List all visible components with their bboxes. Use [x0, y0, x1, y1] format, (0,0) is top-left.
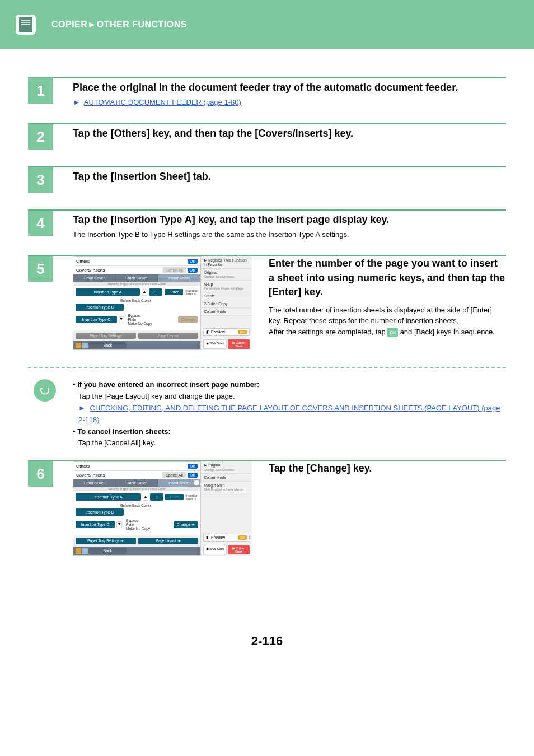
dropdown-icon[interactable] [82, 343, 88, 348]
step-title: Tap the [Change] key. [269, 461, 372, 475]
step-link-row: ► AUTOMATIC DOCUMENT FEEDER (page 1-80) [73, 98, 506, 106]
note-section: • If you have entered an incorrect inser… [28, 379, 506, 449]
note-heading-2: To cancel insertion sheets: [77, 427, 171, 436]
cancel-all-button[interactable]: Cancel All [162, 472, 186, 478]
side-colour[interactable]: Colour Mode [201, 308, 252, 316]
ca-button[interactable]: CA [238, 330, 247, 334]
step-title: Tap the [Others] key, and then tap the [… [73, 127, 506, 141]
step-4: 4 Tap the [Insertion Type A] key, and ta… [28, 211, 506, 239]
back-cover-tab[interactable]: Back Cover [116, 274, 158, 282]
step-1: 1 Place the original in the document fee… [28, 78, 506, 106]
insertion-type-c[interactable]: Insertion Type C [76, 521, 115, 528]
arrow-icon: ► [78, 404, 86, 412]
back-arrow-circle-icon [34, 379, 56, 402]
insertion-total: InsertionTotal :0 [185, 289, 198, 296]
side-original[interactable]: OriginalChange Size/Direction [201, 269, 252, 281]
side-original[interactable]: ▶ OriginalChange Size/Direction [201, 461, 252, 474]
ok-button[interactable]: OK [188, 464, 198, 469]
bw-start-button[interactable]: ◉ B/W Start [203, 339, 226, 349]
step-number: 6 [28, 461, 53, 487]
step-title: Enter the number of the page you want to… [269, 256, 506, 299]
header-bar: COPIER►OTHER FUNCTIONS [0, 0, 534, 49]
back-button[interactable]: Back [89, 342, 127, 348]
insertion-type-a[interactable]: Insertion Type A [76, 493, 141, 501]
step-subtext: The Insertion Type B to Type H settings … [73, 230, 506, 239]
step-5: 5 OthersOK Covers/InsertsCancel All OK F… [28, 256, 506, 350]
ok-button[interactable]: OK [188, 268, 198, 273]
side-register[interactable]: ▶ Register This Function in Favorite [201, 256, 252, 269]
step-number: 2 [28, 124, 53, 150]
side-staple[interactable]: Staple [201, 292, 252, 300]
arrow-icon: ► [73, 98, 80, 106]
paper-tray-button[interactable]: Paper Tray Settings ➔ [76, 538, 136, 544]
ca-button[interactable]: CA [238, 535, 247, 540]
front-cover-tab[interactable]: Front Cover [73, 479, 116, 487]
dashed-divider [28, 367, 506, 368]
screenshot-panel-5: OthersOK Covers/InsertsCancel All OK Fro… [73, 256, 252, 350]
step-3: 3 Tap the [Insertion Sheet] tab. [28, 167, 506, 193]
insertion-type-b[interactable]: Insertion Type B [76, 508, 124, 516]
dropdown-icon[interactable] [82, 548, 88, 554]
check-icon [194, 480, 199, 485]
book-icon [11, 10, 40, 39]
side-nup[interactable]: N-UpPut Multiple Pages in A Page [201, 281, 252, 292]
back-cover-tab[interactable]: Back Cover [116, 479, 158, 487]
insert-sheet-tab[interactable]: Insert Sheet [158, 479, 200, 487]
insertion-total: InsertionTotal :1 [185, 494, 198, 501]
favorite-icon[interactable] [76, 343, 81, 348]
insertion-type-b[interactable]: Insertion Type B [76, 304, 124, 311]
before-back-label: Before Back Cover [76, 297, 198, 304]
page-number: 2-116 [28, 634, 506, 648]
note-heading-1: If you have entered an incorrect insert … [77, 380, 259, 389]
change-button[interactable]: Change ➔ [174, 521, 198, 528]
front-cover-tab[interactable]: Front Cover [73, 274, 116, 282]
side-2sided[interactable]: 2-Sided Copy [201, 300, 252, 308]
step-number: 4 [28, 211, 53, 236]
enter-button[interactable]: Enter [164, 288, 184, 296]
colour-start-button[interactable]: ◉ Colour Start [228, 545, 250, 554]
ok-button[interactable]: OK [188, 259, 198, 264]
preview-button[interactable]: Preview [211, 535, 225, 539]
ok-badge-inline: ok [387, 328, 398, 337]
down-icon[interactable]: ▼ [116, 521, 122, 528]
preview-button[interactable]: Preview [211, 330, 225, 334]
note-line-1: Tap the [Page Layout] key and change the… [73, 391, 235, 403]
covers-label: Covers/Inserts [76, 268, 105, 273]
up-icon[interactable]: ▲ [143, 494, 148, 501]
doc-feeder-link[interactable]: AUTOMATIC DOCUMENT FEEDER (page 1-80) [84, 98, 241, 106]
step-title: Tap the [Insertion Type A] key, and tap … [73, 213, 506, 227]
step-6: 6 OthersOK Covers/InsertsCancel All OK F… [28, 461, 506, 556]
insertion-type-a[interactable]: Insertion Type A [76, 288, 140, 296]
insertion-type-c[interactable]: Insertion Type C [76, 316, 117, 323]
page-number-field[interactable]: 1 [150, 493, 163, 501]
paper-tray-button[interactable]: Paper Tray Settings [76, 333, 136, 339]
back-button[interactable]: Back [89, 548, 127, 554]
before-back-label: Before Back Cover [76, 502, 198, 508]
page-layout-button[interactable]: Page Layout [138, 333, 199, 339]
ok-button[interactable]: OK [188, 473, 198, 478]
page-layout-button[interactable]: Page Layout ➔ [138, 538, 199, 544]
insert-sheet-tab[interactable]: Insert Sheet [158, 274, 200, 282]
step-title: Tap the [Insertion Sheet] tab. [73, 170, 506, 184]
change-button[interactable]: Change [178, 316, 199, 323]
enter-button[interactable]: Enter [165, 494, 184, 500]
screenshot-panel-6: OthersOK Covers/InsertsCancel All OK Fro… [73, 461, 252, 556]
hint-text: Specify Page to Insert and Press Enter [73, 282, 200, 286]
down-icon[interactable]: ▼ [119, 316, 124, 323]
hint-text: Specify Page to Insert and Press Enter [73, 487, 200, 491]
breadcrumb: COPIER►OTHER FUNCTIONS [51, 20, 187, 30]
side-margin[interactable]: Margin ShiftShift Position to Have Margi… [201, 482, 252, 493]
page-number-field[interactable]: 1 [149, 288, 162, 296]
step-title: Place the original in the document feede… [73, 81, 506, 95]
step-number: 1 [28, 78, 53, 104]
side-colour[interactable]: Colour Mode [201, 474, 252, 482]
bw-start-button[interactable]: ◉ B/W Start [203, 545, 226, 554]
step-desc: The total number of insertion sheets is … [269, 305, 506, 326]
favorite-icon[interactable] [76, 548, 81, 554]
cancel-all-button[interactable]: Cancel All [162, 267, 186, 273]
up-icon[interactable]: ▲ [142, 289, 147, 296]
note-line-2: Tap the [Cancel All] key. [73, 437, 156, 449]
page-layout-link[interactable]: CHECKING, EDITING, AND DELETING THE PAGE… [78, 404, 500, 424]
tray-info: BypassPlainMake No Copy [124, 517, 172, 531]
colour-start-button[interactable]: ◉ Colour Start [228, 339, 250, 349]
